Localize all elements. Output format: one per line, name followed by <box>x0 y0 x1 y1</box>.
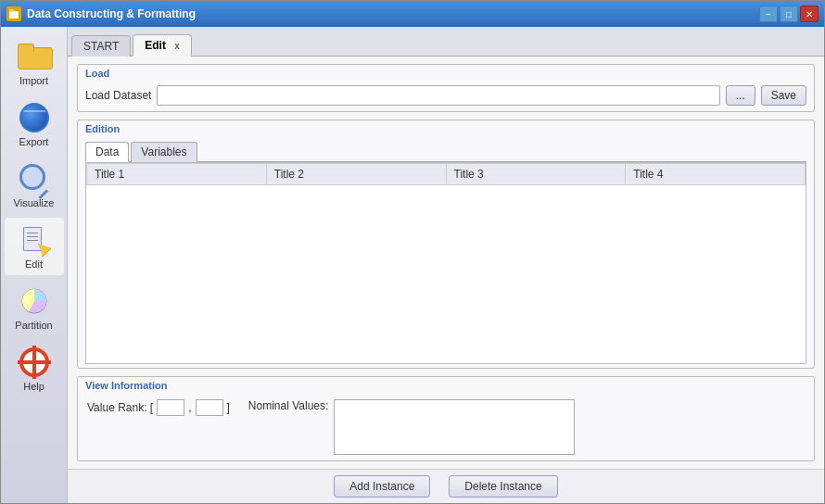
sidebar-item-help[interactable]: Help <box>5 340 64 397</box>
sidebar-label-partition: Partition <box>15 320 52 331</box>
tab-variables[interactable]: Variables <box>131 142 197 162</box>
value-rank-group: Value Rank: [ , ] <box>87 399 230 416</box>
col-header-1: Title 1 <box>87 164 267 185</box>
sidebar-item-edit[interactable]: Edit <box>5 218 64 275</box>
sidebar-label-export: Export <box>19 136 49 147</box>
bottom-bar: Add Instance Delete Instance <box>68 469 824 503</box>
magnifier-icon <box>18 162 51 195</box>
window-controls: − □ ✕ <box>759 6 819 22</box>
col-header-3: Title 3 <box>446 164 626 185</box>
main-panel: Load Load Dataset ... Save Edition <box>68 57 824 469</box>
nominal-values-input[interactable] <box>334 399 575 455</box>
rank-min-input[interactable] <box>157 399 184 416</box>
folder-icon <box>18 40 51 73</box>
titlebar: Data Constructing & Formatting − □ ✕ <box>1 1 824 27</box>
close-button[interactable]: ✕ <box>800 6 819 22</box>
load-section-body: Load Dataset ... Save <box>78 82 814 111</box>
view-info-body: Value Rank: [ , ] Nominal Values: <box>78 394 814 460</box>
edit-icon <box>18 223 51 257</box>
table-header-row: Title 1 Title 2 Title 3 Title 4 <box>87 164 806 185</box>
load-row: Load Dataset ... Save <box>85 85 806 106</box>
inner-tab-bar: Data Variables <box>85 141 806 162</box>
nominal-values-group: Nominal Values: <box>248 399 575 455</box>
sidebar-label-visualize: Visualize <box>14 197 55 208</box>
sidebar-item-visualize[interactable]: Visualize <box>5 157 64 214</box>
sidebar-label-edit: Edit <box>25 258 43 270</box>
rank-comma: , <box>188 401 191 414</box>
data-table: Title 1 Title 2 Title 3 Title 4 <box>86 163 806 185</box>
load-dataset-input[interactable] <box>157 85 719 106</box>
window-title: Data Constructing & Formatting <box>27 7 759 20</box>
load-section-header: Load <box>78 65 814 82</box>
main-layout: Import Export Visualize <box>1 27 824 503</box>
sidebar: Import Export Visualize <box>1 27 68 503</box>
rank-close: ] <box>227 401 230 414</box>
help-icon <box>18 346 51 379</box>
delete-instance-button[interactable]: Delete Instance <box>449 475 557 498</box>
edition-section: Edition Data Variables <box>77 120 815 369</box>
sidebar-label-help: Help <box>23 381 44 392</box>
minimize-button[interactable]: − <box>759 6 778 22</box>
sidebar-label-import: Import <box>19 75 48 86</box>
tab-start[interactable]: START <box>71 35 131 57</box>
globe-icon <box>18 101 51 134</box>
pie-icon <box>18 284 51 318</box>
col-header-2: Title 2 <box>266 164 446 185</box>
save-button[interactable]: Save <box>761 85 806 106</box>
nominal-values-label: Nominal Values: <box>248 399 328 412</box>
svg-rect-0 <box>9 11 19 19</box>
content-area: START Edit x Load Load Dataset ... <box>68 27 824 503</box>
app-icon <box>6 6 21 21</box>
edition-section-body: Data Variables Title 1 <box>78 137 814 368</box>
col-header-4: Title 4 <box>626 164 806 185</box>
sidebar-item-partition[interactable]: Partition <box>5 279 64 336</box>
load-dataset-label: Load Dataset <box>85 89 151 102</box>
view-info-header: View Information <box>78 377 814 394</box>
add-instance-button[interactable]: Add Instance <box>334 475 430 498</box>
data-table-container[interactable]: Title 1 Title 2 Title 3 Title 4 <box>85 162 806 364</box>
value-rank-label: Value Rank: [ <box>87 401 153 414</box>
maximize-button[interactable]: □ <box>780 6 798 22</box>
load-section: Load Load Dataset ... Save <box>77 64 815 112</box>
sidebar-item-export[interactable]: Export <box>5 95 64 153</box>
sidebar-item-import[interactable]: Import <box>5 34 64 92</box>
view-info-section: View Information Value Rank: [ , ] Nomin… <box>77 376 815 461</box>
tab-close-icon[interactable]: x <box>174 41 180 51</box>
tab-edit[interactable]: Edit x <box>133 34 192 57</box>
svg-rect-1 <box>9 9 14 12</box>
edition-section-header: Edition <box>78 120 814 137</box>
tab-data[interactable]: Data <box>85 142 129 162</box>
tab-bar: START Edit x <box>68 27 824 57</box>
main-window: Data Constructing & Formatting − □ ✕ Imp… <box>0 0 825 504</box>
rank-max-input[interactable] <box>196 399 223 416</box>
browse-button[interactable]: ... <box>726 85 755 106</box>
